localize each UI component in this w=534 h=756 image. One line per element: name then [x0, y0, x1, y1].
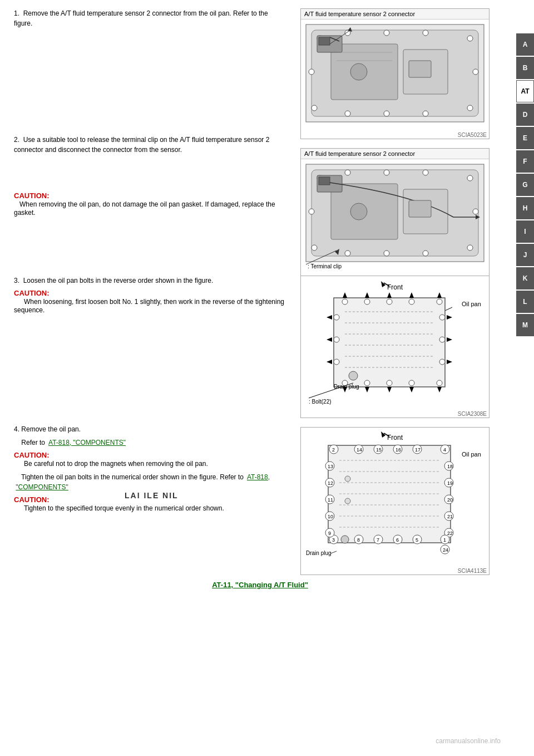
- svg-text:Front: Front: [387, 434, 403, 441]
- svg-text:1: 1: [443, 537, 446, 543]
- caution3-block: CAUTION: Be careful not to drop the magn…: [14, 451, 286, 468]
- svg-text:19: 19: [447, 480, 453, 486]
- diagram2-image: : Terminal clip: [301, 159, 489, 277]
- diagram1-code: SCIA5023E: [301, 131, 489, 139]
- caution1-block: CAUTION: When removing the oil pan, do n…: [14, 192, 286, 217]
- step6-link1[interactable]: AT-818,: [247, 473, 270, 481]
- svg-point-85: [334, 315, 339, 320]
- svg-point-29: [384, 170, 389, 175]
- svg-text:22: 22: [447, 531, 453, 536]
- svg-point-87: [334, 337, 339, 342]
- svg-rect-49: [409, 200, 431, 217]
- svg-point-69: [387, 299, 392, 305]
- diagram4-image: Front Oil pan: [301, 428, 489, 567]
- step3-text: 3. Loosen the oil pan bolts in the rever…: [14, 276, 286, 286]
- label-nil: LAI ILE NIL: [125, 491, 179, 500]
- svg-text:14: 14: [357, 447, 362, 453]
- svg-point-13: [309, 69, 314, 75]
- top-right-diagrams: A/T fluid temperature sensor 2 connector: [300, 8, 490, 293]
- svg-text:6: 6: [396, 537, 399, 543]
- svg-point-34: [423, 251, 428, 256]
- svg-point-11: [345, 111, 350, 116]
- mid-left-text: 3. Loosen the oil pan bolts in the rever…: [14, 276, 286, 512]
- svg-text:4: 4: [443, 447, 446, 453]
- svg-text:16: 16: [395, 447, 401, 453]
- step6-text: Tighten the oil pan bolts in the numeric…: [14, 472, 286, 492]
- svg-point-6: [467, 36, 473, 41]
- svg-rect-42: [319, 177, 330, 185]
- main-page-content: 1. Remove the A/T fluid temperature sens…: [0, 0, 534, 600]
- svg-point-8: [467, 105, 473, 111]
- diagram1-svg: [303, 22, 487, 127]
- svg-point-12: [312, 105, 317, 111]
- svg-rect-104: [328, 445, 451, 543]
- svg-point-5: [423, 30, 428, 36]
- caution4-text: Tighten to the specified torque evenly i…: [24, 504, 224, 512]
- svg-point-31: [467, 175, 473, 181]
- mid-right-diagrams: Front Oil pan: [300, 276, 490, 583]
- svg-text:20: 20: [447, 497, 453, 503]
- svg-point-63: [349, 371, 358, 380]
- caution3-label: CAUTION:: [14, 451, 50, 459]
- svg-text:13: 13: [328, 464, 333, 469]
- svg-point-91: [439, 315, 445, 320]
- caution1-label: CAUTION:: [14, 192, 50, 200]
- diagram1-header: A/T fluid temperature sensor 2 connector: [301, 9, 489, 19]
- svg-text:2: 2: [332, 447, 335, 453]
- svg-text:7: 7: [377, 537, 379, 543]
- caution2-text: When loosening, first loosen bolt No. 1 …: [14, 298, 284, 314]
- diagram3-image: Front Oil pan: [301, 276, 489, 410]
- svg-text:: Bolt(22): : Bolt(22): [309, 399, 332, 405]
- step2-text: 2. Use a suitable tool to release the te…: [14, 135, 286, 155]
- svg-point-83: [437, 380, 442, 386]
- diagram-scia5023e: A/T fluid temperature sensor 2 connector: [300, 8, 490, 139]
- step3-num: 3.: [14, 277, 19, 284]
- svg-point-71: [409, 299, 414, 305]
- svg-text:21: 21: [447, 514, 453, 519]
- svg-point-93: [439, 337, 445, 342]
- bottom-link[interactable]: AT-11, "Changing A/T Fluid": [212, 581, 308, 589]
- svg-point-21: [350, 63, 367, 80]
- diagram2-svg: : Terminal clip: [303, 161, 487, 273]
- step1-num: 1.: [14, 9, 19, 17]
- svg-text:Oil pan: Oil pan: [462, 451, 481, 458]
- svg-point-113: [345, 498, 350, 504]
- diagram3-svg: Front Oil pan: [303, 278, 487, 406]
- diagram4-svg: Front Oil pan: [303, 430, 487, 563]
- diagram1-image: [301, 19, 489, 131]
- svg-point-67: [364, 299, 370, 305]
- step6-link2[interactable]: "COMPONENTS": [16, 483, 68, 491]
- svg-text:17: 17: [415, 447, 421, 453]
- svg-point-7: [473, 69, 478, 75]
- svg-text:18: 18: [447, 464, 453, 469]
- svg-point-73: [437, 299, 442, 305]
- svg-point-35: [384, 251, 389, 256]
- svg-point-81: [409, 380, 414, 386]
- svg-text:5: 5: [416, 537, 418, 543]
- svg-point-33: [467, 245, 473, 251]
- svg-point-65: [342, 299, 348, 305]
- diagram4-code: SCIA4113E: [301, 567, 489, 575]
- step5-link[interactable]: AT-818, "COMPONENTS": [48, 439, 126, 446]
- caution4-label: CAUTION:: [14, 495, 50, 504]
- caution1-text: When removing the oil pan, do not damage…: [14, 200, 275, 217]
- svg-text:8: 8: [357, 537, 360, 543]
- page-wrapper: A B AT D E F G H I J K L M 1. Remove the…: [0, 0, 534, 756]
- caution3-text: Be careful not to drop the magnets when …: [24, 460, 208, 468]
- svg-point-38: [309, 209, 314, 214]
- top-text-section: 1. Remove the A/T fluid temperature sens…: [14, 8, 286, 217]
- diagram2-header: A/T fluid temperature sensor 2 connector: [301, 149, 489, 159]
- svg-text:15: 15: [376, 447, 382, 453]
- svg-point-112: [345, 476, 350, 482]
- svg-rect-17: [319, 37, 330, 45]
- svg-point-48: [350, 203, 367, 220]
- svg-point-37: [312, 245, 317, 251]
- svg-text:3: 3: [332, 537, 335, 543]
- svg-text:: Terminal clip: : Terminal clip: [308, 263, 342, 269]
- svg-text:10: 10: [328, 514, 333, 519]
- step1-text: 1. Remove the A/T fluid temperature sens…: [14, 8, 286, 28]
- caution2-label: CAUTION:: [14, 289, 50, 297]
- svg-point-89: [334, 359, 339, 365]
- svg-point-36: [345, 251, 350, 256]
- diagram-scia5146e: A/T fluid temperature sensor 2 connector: [300, 148, 490, 284]
